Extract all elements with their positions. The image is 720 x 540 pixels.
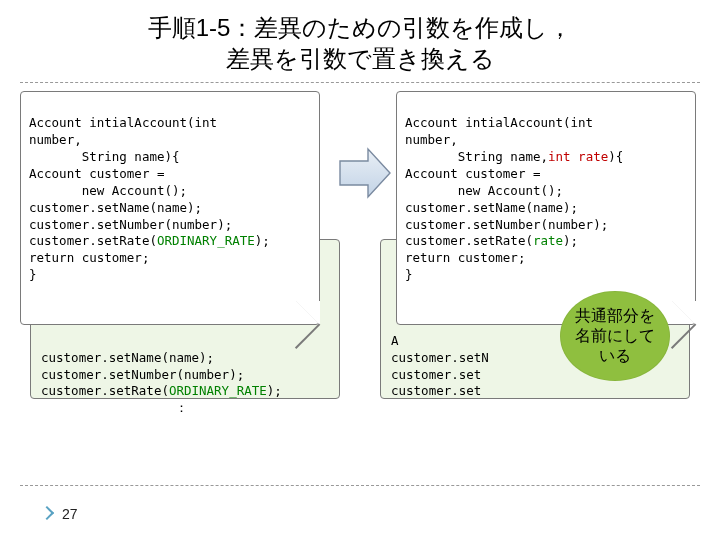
content-stage: customer.setName(name); customer.setNumb… [20, 91, 700, 471]
title-rule [20, 82, 700, 83]
code-line: customer.setName(name); [41, 350, 214, 365]
code-line: customer.setRate(rate); [405, 233, 578, 248]
code-line: customer.setNumber(number); [405, 217, 608, 232]
ellipsis: ： [41, 400, 329, 417]
code-line: Account intialAccount(int [29, 115, 217, 130]
code-line: return customer; [29, 250, 149, 265]
code-line: } [405, 267, 413, 282]
svg-marker-0 [340, 149, 390, 197]
right-front-code: Account intialAccount(int number, String… [396, 91, 696, 324]
code-line: customer.setRate(ORDINARY_RATE); [29, 233, 270, 248]
code-line: customer.setRate(ORDINARY_RATE); [41, 383, 282, 398]
page-number: 27 [42, 506, 77, 522]
code-line: number, [29, 132, 82, 147]
code-line: A [391, 333, 399, 348]
code-line: customer.setN [391, 350, 489, 365]
title-line1: 手順1-5：差異のための引数を作成し， [148, 14, 573, 41]
code-line: Account customer = [29, 166, 164, 181]
code-line: number, [405, 132, 458, 147]
code-line: customer.setName(name); [405, 200, 578, 215]
code-line: new Account(); [405, 183, 563, 198]
code-line: customer.set [391, 383, 481, 398]
code-line: String name,int rate){ [405, 149, 623, 164]
code-line: String name){ [29, 149, 180, 164]
code-line: return customer; [405, 250, 525, 265]
code-line: customer.setName(name); [29, 200, 202, 215]
code-line: Account intialAccount(int [405, 115, 593, 130]
title-line2: 差異を引数で置き換える [226, 45, 495, 72]
code-line: Account customer = [405, 166, 540, 181]
code-line: } [29, 267, 37, 282]
callout-text: 共通部分を 名前にして いる [575, 306, 655, 366]
arrow-right-icon [338, 147, 392, 199]
left-front-code: Account intialAccount(int number, String… [20, 91, 320, 324]
code-line: customer.set [391, 367, 481, 382]
callout-bubble: 共通部分を 名前にして いる [560, 291, 670, 381]
code-line: customer.setNumber(number); [29, 217, 232, 232]
code-line: customer.setNumber(number); [41, 367, 244, 382]
code-line: new Account(); [29, 183, 187, 198]
slide-title: 手順1-5：差異のための引数を作成し， 差異を引数で置き換える [0, 0, 720, 82]
bottom-rule [20, 485, 700, 486]
